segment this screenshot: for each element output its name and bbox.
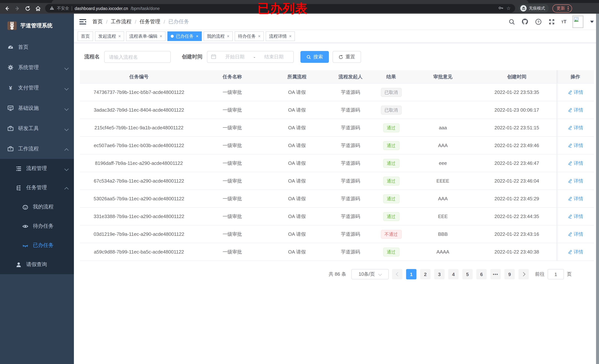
close-icon[interactable]: × bbox=[289, 34, 291, 38]
page-button-5[interactable]: 5 bbox=[462, 269, 473, 279]
process-name-input[interactable] bbox=[104, 51, 171, 63]
status-badge: 通过 bbox=[383, 248, 399, 256]
page-button-9[interactable]: 9 bbox=[504, 269, 515, 279]
detail-button[interactable]: 详情 bbox=[567, 107, 583, 113]
detail-button[interactable]: 详情 bbox=[567, 178, 583, 184]
sidebar-item-home[interactable]: 首页 bbox=[0, 37, 74, 57]
task-id: 215cf4e5-7b9b-11ec-9a1b-acde48001122 bbox=[80, 119, 198, 136]
avatar-caret-icon[interactable] bbox=[590, 20, 594, 23]
breadcrumb-separator: / bbox=[106, 19, 107, 25]
eye-closed-icon bbox=[22, 242, 28, 249]
tag-done-tasks[interactable]: 已办任务× bbox=[167, 31, 202, 41]
goto-label: 前往 bbox=[535, 271, 545, 277]
close-icon[interactable]: × bbox=[160, 34, 162, 38]
sidebar-item-todo-tasks[interactable]: 待办任务 bbox=[0, 217, 74, 236]
sidebar-item-workflow[interactable]: 工作流程 bbox=[0, 139, 74, 159]
sidebar-item-devtools[interactable]: 研发工具 bbox=[0, 118, 74, 139]
scrollbar-thumb[interactable] bbox=[596, 14, 599, 364]
sidebar-item-leave-query[interactable]: 请假查询 bbox=[0, 255, 74, 274]
tag-home[interactable]: 首页 bbox=[78, 31, 93, 41]
page-button-2[interactable]: 2 bbox=[420, 269, 431, 279]
task-time: 2022-01-22 23:44:35 bbox=[477, 208, 556, 225]
home-icon[interactable] bbox=[35, 5, 41, 12]
detail-button[interactable]: 详情 bbox=[567, 231, 583, 237]
reload-icon[interactable] bbox=[24, 5, 31, 12]
task-time: 2022-01-22 23:46:47 bbox=[477, 154, 556, 172]
search-icon[interactable] bbox=[508, 18, 515, 25]
task-starter: 芋道源码 bbox=[327, 154, 374, 172]
sidebar-item-task-mgmt[interactable]: 任务管理 bbox=[0, 178, 74, 197]
more-pages-button[interactable]: ••• bbox=[490, 269, 501, 279]
close-icon[interactable]: × bbox=[118, 34, 121, 38]
table-row: ec507ae6-7b9a-11ec-b03b-acde48001122 一级审… bbox=[80, 137, 594, 154]
date-end-placeholder[interactable]: 结束日期 bbox=[258, 53, 290, 60]
sidebar-item-my-process[interactable]: 我的流程 bbox=[0, 197, 74, 217]
detail-button[interactable]: 详情 bbox=[567, 124, 583, 131]
next-page-button[interactable] bbox=[519, 269, 529, 279]
page-button-1[interactable]: 1 bbox=[406, 269, 416, 279]
page-button-6[interactable]: 6 bbox=[476, 269, 487, 279]
back-icon[interactable] bbox=[4, 5, 10, 12]
close-icon[interactable]: × bbox=[196, 34, 198, 38]
tag-my-process[interactable]: 我的流程× bbox=[204, 31, 233, 41]
forward-icon[interactable] bbox=[14, 5, 21, 12]
breadcrumb-home[interactable]: 首页 bbox=[92, 18, 103, 25]
detail-button[interactable]: 详情 bbox=[567, 142, 583, 149]
task-process: OA 请假 bbox=[266, 243, 327, 260]
task-id: 03d1219e-7b9a-11ec-a290-acde48001122 bbox=[80, 225, 198, 243]
chevron-up-icon bbox=[65, 186, 69, 190]
bookmark-star-icon[interactable]: ☆ bbox=[506, 6, 511, 11]
help-icon[interactable]: ? bbox=[535, 18, 542, 25]
tag-start-process[interactable]: 发起流程× bbox=[95, 31, 124, 41]
page-size-select[interactable]: 10条/页 bbox=[352, 269, 389, 279]
tag-todo-tasks[interactable]: 待办任务× bbox=[235, 31, 264, 41]
detail-button[interactable]: 详情 bbox=[567, 249, 583, 255]
tag-process-detail[interactable]: 流程详情× bbox=[266, 31, 295, 41]
warning-icon bbox=[50, 6, 54, 11]
font-size-icon[interactable]: TT bbox=[561, 19, 566, 24]
breadcrumb-separator: / bbox=[135, 19, 136, 25]
tag-form-edit[interactable]: 流程表单-编辑× bbox=[126, 31, 166, 41]
page-button-4[interactable]: 4 bbox=[448, 269, 458, 279]
sidebar-item-done-tasks[interactable]: 已办任务 bbox=[0, 236, 74, 255]
detail-button[interactable]: 详情 bbox=[567, 195, 583, 202]
page-scrollbar[interactable] bbox=[596, 14, 599, 364]
sidebar-item-system[interactable]: 系统管理 bbox=[0, 57, 74, 78]
task-time: 2022-01-22 23:40:38 bbox=[477, 243, 556, 260]
close-icon[interactable]: × bbox=[258, 34, 261, 38]
sidebar-item-infrastructure[interactable]: 基础设施 bbox=[0, 98, 74, 118]
col-actions: 操作 bbox=[556, 70, 594, 83]
detail-button[interactable]: 详情 bbox=[567, 213, 583, 220]
task-starter: 芋道源码 bbox=[327, 101, 374, 119]
github-icon[interactable] bbox=[521, 18, 529, 25]
search-button[interactable]: 搜索 bbox=[300, 51, 329, 63]
table-row: 67c534a2-7b9a-11ec-a290-acde48001122 一级审… bbox=[80, 172, 594, 190]
chevron-up-icon bbox=[65, 147, 69, 151]
avatar[interactable] bbox=[573, 15, 583, 28]
goto-page-input[interactable] bbox=[548, 269, 564, 279]
collapse-sidebar-icon[interactable] bbox=[79, 18, 87, 25]
fullscreen-icon[interactable] bbox=[548, 18, 555, 25]
page-button-3[interactable]: 3 bbox=[434, 269, 445, 279]
sidebar-item-payment[interactable]: ¥ 支付管理 bbox=[0, 78, 74, 98]
task-time: 2022-01-22 23:45:29 bbox=[477, 190, 556, 207]
browser-update-button[interactable]: 更新 bbox=[552, 4, 572, 12]
task-comment: eee bbox=[409, 154, 477, 172]
detail-button[interactable]: 详情 bbox=[567, 89, 583, 96]
date-start-placeholder[interactable]: 开始日期 bbox=[219, 53, 251, 60]
prev-page-button[interactable] bbox=[392, 269, 402, 279]
close-icon[interactable]: × bbox=[227, 34, 229, 38]
date-range-picker[interactable]: 开始日期 - 结束日期 bbox=[207, 51, 294, 63]
reset-button[interactable]: 重置 bbox=[333, 51, 361, 63]
app-logo[interactable]: 芋道管理系统 bbox=[0, 17, 74, 34]
person-icon bbox=[16, 261, 22, 268]
breadcrumb-task-mgmt[interactable]: 任务管理 bbox=[140, 18, 160, 25]
breadcrumb-workflow[interactable]: 工作流程 bbox=[111, 18, 132, 25]
table-row: 03d1219e-7b9a-11ec-a290-acde48001122 一级审… bbox=[80, 225, 594, 243]
table-row: a59c9d88-7b99-11ec-ba5c-acde48001122 一级审… bbox=[80, 243, 594, 261]
sidebar-item-process-mgmt[interactable]: 流程管理 bbox=[0, 159, 74, 178]
monitor-icon bbox=[7, 105, 14, 111]
key-icon[interactable] bbox=[498, 5, 504, 11]
browser-menu-icon[interactable] bbox=[568, 6, 569, 10]
detail-button[interactable]: 详情 bbox=[567, 160, 583, 167]
